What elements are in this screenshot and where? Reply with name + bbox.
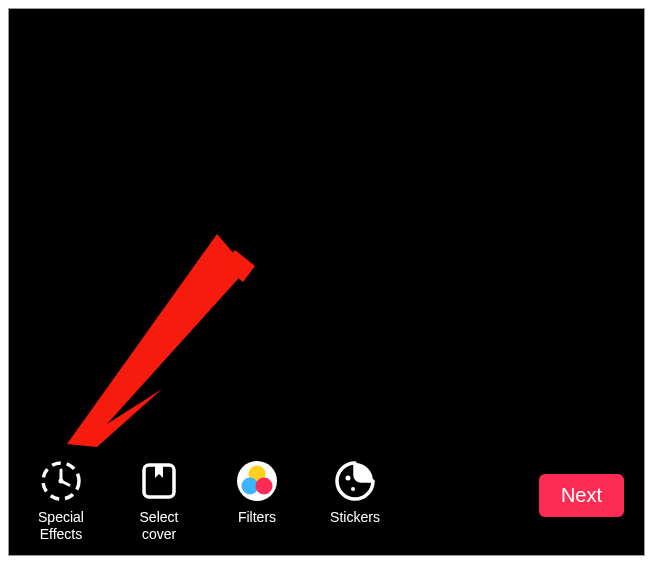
clock-dashed-icon (39, 459, 83, 503)
svg-marker-0 (67, 234, 247, 447)
svg-point-10 (256, 478, 273, 495)
bookmark-frame-icon (137, 459, 181, 503)
tool-label: Selectcover (140, 509, 179, 543)
svg-marker-1 (223, 250, 255, 282)
filters-button[interactable]: Filters (225, 459, 289, 526)
svg-line-5 (61, 481, 69, 485)
sticker-face-icon (333, 459, 377, 503)
tool-label: Filters (238, 509, 276, 526)
next-button[interactable]: Next (539, 474, 624, 517)
editor-toolbar: SpecialEffects Selectcover (29, 459, 624, 543)
tool-label: Stickers (330, 509, 380, 526)
stickers-button[interactable]: Stickers (323, 459, 387, 526)
svg-point-12 (351, 487, 355, 491)
select-cover-button[interactable]: Selectcover (127, 459, 191, 543)
svg-point-11 (346, 476, 351, 481)
special-effects-button[interactable]: SpecialEffects (29, 459, 93, 543)
color-circles-icon (235, 459, 279, 503)
video-edit-screen: SpecialEffects Selectcover (8, 8, 645, 556)
tool-label: SpecialEffects (38, 509, 84, 543)
tool-items: SpecialEffects Selectcover (29, 459, 387, 543)
callout-arrow-icon (67, 234, 267, 454)
